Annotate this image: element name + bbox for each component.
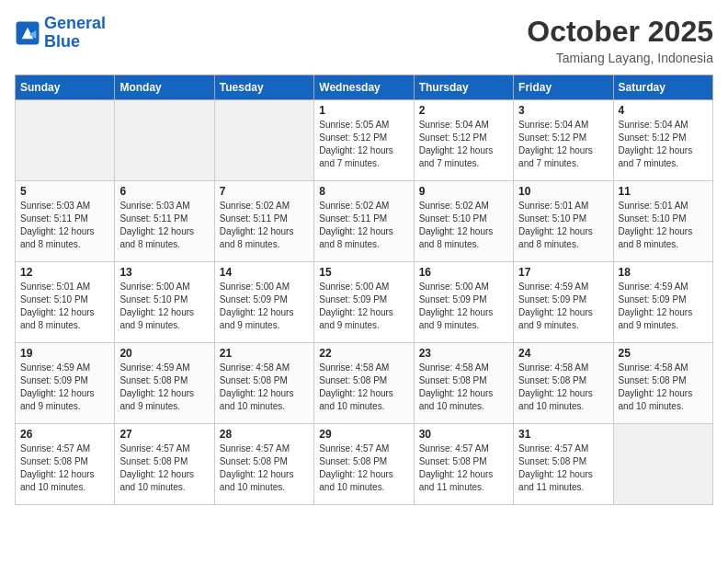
- day-number: 8: [319, 185, 408, 198]
- day-number: 22: [319, 347, 408, 360]
- calendar-cell: 23Sunrise: 4:58 AM Sunset: 5:08 PM Dayli…: [414, 343, 513, 424]
- day-number: 1: [319, 104, 408, 117]
- day-number: 12: [20, 266, 109, 279]
- calendar-cell: 13Sunrise: 5:00 AM Sunset: 5:10 PM Dayli…: [115, 262, 214, 343]
- weekday-header: Monday: [115, 75, 214, 100]
- calendar-cell: 9Sunrise: 5:02 AM Sunset: 5:10 PM Daylig…: [414, 181, 513, 262]
- title-block: October 2025 Tamiang Layang, Indonesia: [527, 15, 713, 65]
- day-number: 28: [220, 428, 309, 441]
- calendar-cell: [115, 100, 214, 181]
- page-header: General Blue October 2025 Tamiang Layang…: [15, 15, 713, 65]
- calendar-cell: 30Sunrise: 4:57 AM Sunset: 5:08 PM Dayli…: [414, 424, 513, 505]
- logo-line1: General: [44, 14, 106, 32]
- calendar-cell: 29Sunrise: 4:57 AM Sunset: 5:08 PM Dayli…: [314, 424, 414, 505]
- calendar-cell: 16Sunrise: 5:00 AM Sunset: 5:09 PM Dayli…: [414, 262, 513, 343]
- day-info: Sunrise: 4:57 AM Sunset: 5:08 PM Dayligh…: [518, 442, 608, 494]
- calendar-cell: 8Sunrise: 5:02 AM Sunset: 5:11 PM Daylig…: [314, 181, 414, 262]
- day-info: Sunrise: 4:57 AM Sunset: 5:08 PM Dayligh…: [220, 442, 309, 494]
- calendar-cell: 2Sunrise: 5:04 AM Sunset: 5:12 PM Daylig…: [414, 100, 513, 181]
- calendar-week-row: 26Sunrise: 4:57 AM Sunset: 5:08 PM Dayli…: [16, 424, 713, 505]
- day-info: Sunrise: 4:57 AM Sunset: 5:08 PM Dayligh…: [419, 442, 508, 494]
- day-number: 9: [419, 185, 508, 198]
- day-info: Sunrise: 4:59 AM Sunset: 5:09 PM Dayligh…: [20, 362, 109, 413]
- weekday-header: Wednesday: [314, 75, 414, 100]
- weekday-header: Thursday: [414, 75, 513, 100]
- day-number: 19: [20, 347, 109, 360]
- day-number: 30: [419, 428, 508, 441]
- calendar-cell: 14Sunrise: 5:00 AM Sunset: 5:09 PM Dayli…: [214, 262, 313, 343]
- day-number: 24: [518, 347, 608, 360]
- day-number: 2: [419, 104, 508, 117]
- calendar-cell: 20Sunrise: 4:59 AM Sunset: 5:08 PM Dayli…: [115, 343, 214, 424]
- calendar-cell: 3Sunrise: 5:04 AM Sunset: 5:12 PM Daylig…: [514, 100, 613, 181]
- calendar-cell: 26Sunrise: 4:57 AM Sunset: 5:08 PM Dayli…: [16, 424, 115, 505]
- calendar-cell: 10Sunrise: 5:01 AM Sunset: 5:10 PM Dayli…: [514, 181, 613, 262]
- day-info: Sunrise: 4:57 AM Sunset: 5:08 PM Dayligh…: [319, 442, 408, 494]
- logo: General Blue: [15, 15, 106, 52]
- day-number: 4: [619, 104, 708, 117]
- calendar-week-row: 12Sunrise: 5:01 AM Sunset: 5:10 PM Dayli…: [16, 262, 713, 343]
- day-info: Sunrise: 5:00 AM Sunset: 5:09 PM Dayligh…: [319, 281, 408, 332]
- day-number: 10: [518, 185, 608, 198]
- logo-line2: Blue: [44, 32, 80, 51]
- day-info: Sunrise: 4:57 AM Sunset: 5:08 PM Dayligh…: [20, 442, 109, 494]
- weekday-header: Sunday: [16, 75, 115, 100]
- day-info: Sunrise: 4:58 AM Sunset: 5:08 PM Dayligh…: [518, 362, 608, 413]
- calendar-week-row: 5Sunrise: 5:03 AM Sunset: 5:11 PM Daylig…: [16, 181, 713, 262]
- day-info: Sunrise: 5:00 AM Sunset: 5:09 PM Dayligh…: [419, 281, 508, 332]
- calendar-header-row: SundayMondayTuesdayWednesdayThursdayFrid…: [16, 75, 713, 100]
- day-number: 13: [119, 266, 209, 279]
- day-info: Sunrise: 4:57 AM Sunset: 5:08 PM Dayligh…: [119, 442, 209, 494]
- location: Tamiang Layang, Indonesia: [527, 51, 713, 65]
- day-number: 11: [619, 185, 708, 198]
- day-info: Sunrise: 5:01 AM Sunset: 5:10 PM Dayligh…: [20, 281, 109, 332]
- day-info: Sunrise: 4:58 AM Sunset: 5:08 PM Dayligh…: [619, 362, 708, 413]
- day-number: 15: [319, 266, 408, 279]
- day-number: 16: [419, 266, 508, 279]
- day-info: Sunrise: 5:04 AM Sunset: 5:12 PM Dayligh…: [419, 119, 508, 170]
- calendar-cell: 4Sunrise: 5:04 AM Sunset: 5:12 PM Daylig…: [613, 100, 712, 181]
- day-number: 29: [319, 428, 408, 441]
- day-number: 17: [518, 266, 608, 279]
- day-info: Sunrise: 5:05 AM Sunset: 5:12 PM Dayligh…: [319, 119, 408, 170]
- day-number: 31: [518, 428, 608, 441]
- calendar-cell: 21Sunrise: 4:58 AM Sunset: 5:08 PM Dayli…: [214, 343, 313, 424]
- day-info: Sunrise: 5:00 AM Sunset: 5:10 PM Dayligh…: [119, 281, 209, 332]
- calendar-cell: 31Sunrise: 4:57 AM Sunset: 5:08 PM Dayli…: [514, 424, 613, 505]
- calendar-cell: [613, 424, 712, 505]
- day-info: Sunrise: 4:59 AM Sunset: 5:09 PM Dayligh…: [619, 281, 708, 332]
- day-info: Sunrise: 5:03 AM Sunset: 5:11 PM Dayligh…: [119, 200, 209, 251]
- logo-text: General Blue: [44, 15, 106, 52]
- day-info: Sunrise: 5:02 AM Sunset: 5:11 PM Dayligh…: [319, 200, 408, 251]
- logo-icon: [15, 20, 40, 46]
- day-info: Sunrise: 5:03 AM Sunset: 5:11 PM Dayligh…: [20, 200, 109, 251]
- day-number: 6: [119, 185, 209, 198]
- calendar-cell: 1Sunrise: 5:05 AM Sunset: 5:12 PM Daylig…: [314, 100, 414, 181]
- calendar-cell: 19Sunrise: 4:59 AM Sunset: 5:09 PM Dayli…: [16, 343, 115, 424]
- weekday-header: Friday: [514, 75, 613, 100]
- day-number: 7: [220, 185, 309, 198]
- calendar-cell: 24Sunrise: 4:58 AM Sunset: 5:08 PM Dayli…: [514, 343, 613, 424]
- calendar-table: SundayMondayTuesdayWednesdayThursdayFrid…: [15, 75, 713, 505]
- day-info: Sunrise: 4:58 AM Sunset: 5:08 PM Dayligh…: [419, 362, 508, 413]
- calendar-week-row: 1Sunrise: 5:05 AM Sunset: 5:12 PM Daylig…: [16, 100, 713, 181]
- calendar-cell: 28Sunrise: 4:57 AM Sunset: 5:08 PM Dayli…: [214, 424, 313, 505]
- day-info: Sunrise: 5:01 AM Sunset: 5:10 PM Dayligh…: [518, 200, 608, 251]
- calendar-cell: 22Sunrise: 4:58 AM Sunset: 5:08 PM Dayli…: [314, 343, 414, 424]
- day-number: 5: [20, 185, 109, 198]
- day-number: 23: [419, 347, 508, 360]
- calendar-cell: 11Sunrise: 5:01 AM Sunset: 5:10 PM Dayli…: [613, 181, 712, 262]
- day-number: 14: [220, 266, 309, 279]
- day-info: Sunrise: 4:59 AM Sunset: 5:09 PM Dayligh…: [518, 281, 608, 332]
- calendar-cell: 12Sunrise: 5:01 AM Sunset: 5:10 PM Dayli…: [16, 262, 115, 343]
- day-number: 21: [220, 347, 309, 360]
- day-number: 3: [518, 104, 608, 117]
- day-number: 26: [20, 428, 109, 441]
- day-info: Sunrise: 5:00 AM Sunset: 5:09 PM Dayligh…: [220, 281, 309, 332]
- day-info: Sunrise: 5:04 AM Sunset: 5:12 PM Dayligh…: [619, 119, 708, 170]
- calendar-cell: 5Sunrise: 5:03 AM Sunset: 5:11 PM Daylig…: [16, 181, 115, 262]
- calendar-week-row: 19Sunrise: 4:59 AM Sunset: 5:09 PM Dayli…: [16, 343, 713, 424]
- calendar-cell: 6Sunrise: 5:03 AM Sunset: 5:11 PM Daylig…: [115, 181, 214, 262]
- calendar-cell: [16, 100, 115, 181]
- month-title: October 2025: [527, 15, 713, 49]
